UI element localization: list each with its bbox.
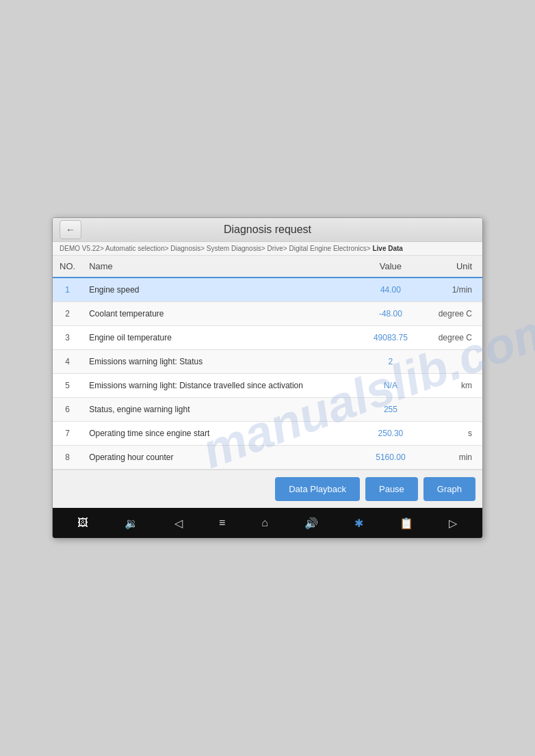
col-header-no: NO. bbox=[53, 256, 82, 278]
row-no: 6 bbox=[53, 398, 82, 422]
row-value: 2 bbox=[361, 350, 420, 374]
row-unit: min bbox=[420, 446, 482, 470]
sys-icon-play[interactable]: ▷ bbox=[449, 517, 457, 530]
row-name: Engine speed bbox=[82, 278, 361, 302]
row-no: 2 bbox=[53, 302, 82, 326]
row-name: Status, engine warning light bbox=[82, 398, 361, 422]
row-value: 49083.75 bbox=[361, 326, 420, 350]
row-name: Engine oil temperature bbox=[82, 326, 361, 350]
sys-icon-bluetooth[interactable]: ✱ bbox=[354, 517, 363, 530]
col-header-unit: Unit bbox=[420, 256, 482, 278]
pause-button[interactable]: Pause bbox=[365, 477, 418, 501]
table-row[interactable]: 3 Engine oil temperature 49083.75 degree… bbox=[53, 326, 482, 350]
table-row[interactable]: 5 Emissions warning light: Distance trav… bbox=[53, 374, 482, 398]
sys-icon-image[interactable]: 🖼 bbox=[77, 517, 88, 529]
row-name: Coolant temperature bbox=[82, 302, 361, 326]
row-value: N/A bbox=[361, 374, 420, 398]
device-window: ← Diagnosis request DEMO V5.22> Automati… bbox=[52, 217, 483, 539]
back-button[interactable]: ← bbox=[60, 220, 81, 239]
row-no: 4 bbox=[53, 350, 82, 374]
row-value: 44.00 bbox=[361, 278, 420, 302]
col-header-value: Value bbox=[361, 256, 420, 278]
row-name: Emissions warning light: Distance travel… bbox=[82, 374, 361, 398]
table-row[interactable]: 1 Engine speed 44.00 1/min bbox=[53, 278, 482, 302]
row-value: 250.30 bbox=[361, 422, 420, 446]
table-row[interactable]: 2 Coolant temperature -48.00 degree C bbox=[53, 302, 482, 326]
table-row[interactable]: 7 Operating time since engine start 250.… bbox=[53, 422, 482, 446]
breadcrumb: DEMO V5.22> Automatic selection> Diagnos… bbox=[53, 242, 482, 256]
row-unit: degree C bbox=[420, 302, 482, 326]
page-title: Diagnosis request bbox=[224, 224, 311, 236]
table-row[interactable]: 4 Emissions warning light: Status 2 bbox=[53, 350, 482, 374]
title-bar: ← Diagnosis request bbox=[53, 218, 482, 242]
row-no: 7 bbox=[53, 422, 82, 446]
row-no: 1 bbox=[53, 278, 82, 302]
data-table: NO. Name Value Unit 1 Engine speed 44.00… bbox=[53, 256, 482, 470]
row-value: 255 bbox=[361, 398, 420, 422]
table-row[interactable]: 6 Status, engine warning light 255 bbox=[53, 398, 482, 422]
breadcrumb-current: Live Data bbox=[372, 245, 402, 252]
system-bar: 🖼 🔉 ◁ ≡ ⌂ 🔊 ✱ 📋 ▷ bbox=[53, 508, 482, 538]
table-row[interactable]: 8 Operating hour counter 5160.00 min bbox=[53, 446, 482, 470]
graph-button[interactable]: Graph bbox=[423, 477, 475, 501]
row-unit: km bbox=[420, 374, 482, 398]
bottom-buttons: Data Playback Pause Graph bbox=[53, 470, 482, 508]
row-no: 5 bbox=[53, 374, 82, 398]
row-unit: degree C bbox=[420, 326, 482, 350]
sys-icon-back[interactable]: ◁ bbox=[174, 517, 183, 530]
row-name: Emissions warning light: Status bbox=[82, 350, 361, 374]
table-header: NO. Name Value Unit bbox=[53, 256, 482, 278]
screen-container: manualslib.com ← Diagnosis request DEMO … bbox=[0, 0, 535, 756]
row-unit bbox=[420, 398, 482, 422]
sys-icon-volume-down[interactable]: 🔉 bbox=[125, 517, 138, 530]
row-name: Operating hour counter bbox=[82, 446, 361, 470]
row-no: 3 bbox=[53, 326, 82, 350]
row-name: Operating time since engine start bbox=[82, 422, 361, 446]
back-icon: ← bbox=[66, 224, 75, 235]
sys-icon-menu[interactable]: ≡ bbox=[219, 517, 225, 529]
row-value: -48.00 bbox=[361, 302, 420, 326]
row-value: 5160.00 bbox=[361, 446, 420, 470]
breadcrumb-path: DEMO V5.22> Automatic selection> Diagnos… bbox=[60, 245, 371, 252]
row-unit bbox=[420, 350, 482, 374]
sys-icon-volume-up[interactable]: 🔊 bbox=[304, 517, 318, 530]
col-header-name: Name bbox=[82, 256, 361, 278]
table-body: 1 Engine speed 44.00 1/min 2 Coolant tem… bbox=[53, 278, 482, 470]
row-unit: s bbox=[420, 422, 482, 446]
sys-icon-home[interactable]: ⌂ bbox=[261, 517, 268, 529]
sys-icon-screen[interactable]: 📋 bbox=[400, 517, 413, 530]
row-unit: 1/min bbox=[420, 278, 482, 302]
data-playback-button[interactable]: Data Playback bbox=[275, 477, 360, 501]
row-no: 8 bbox=[53, 446, 82, 470]
